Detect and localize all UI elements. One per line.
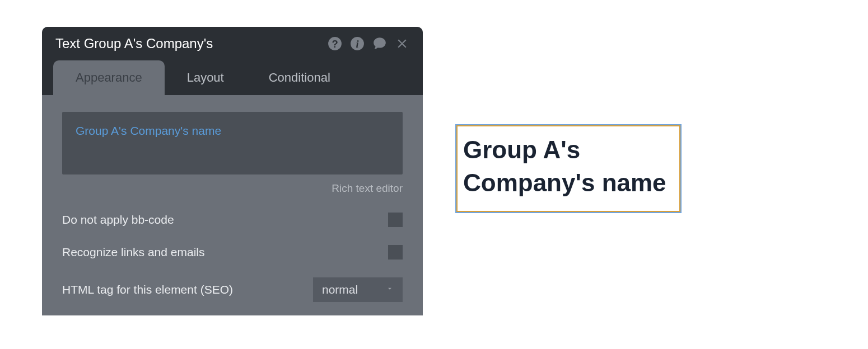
tab-layout[interactable]: Layout [165, 60, 246, 95]
option-html-tag-row: HTML tag for this element (SEO) normal [62, 277, 403, 302]
option-html-tag-label: HTML tag for this element (SEO) [62, 283, 233, 296]
tabs: Appearance Layout Conditional [42, 60, 423, 95]
chevron-down-icon [386, 285, 394, 295]
text-expression-input[interactable]: Group A's Company's name [62, 112, 403, 174]
option-recognize-links-label: Recognize links and emails [62, 246, 204, 259]
option-bbcode-checkbox[interactable] [388, 213, 403, 227]
rich-text-editor-link[interactable]: Rich text editor [62, 182, 403, 195]
canvas-text-content: Group A's Company's name [463, 133, 674, 200]
info-icon[interactable]: i [350, 36, 365, 51]
option-recognize-links-checkbox[interactable] [388, 245, 403, 260]
tab-appearance[interactable]: Appearance [53, 60, 165, 95]
option-recognize-links-row: Recognize links and emails [62, 245, 403, 260]
panel-header: Text Group A's Company's ? i [42, 27, 423, 60]
tab-conditional[interactable]: Conditional [246, 60, 353, 95]
html-tag-dropdown[interactable]: normal [313, 277, 403, 302]
svg-text:?: ? [332, 38, 338, 50]
property-editor-panel: Text Group A's Company's ? i Appearance … [42, 27, 423, 315]
html-tag-dropdown-value: normal [322, 283, 358, 296]
option-bbcode-row: Do not apply bb-code [62, 213, 403, 227]
option-bbcode-label: Do not apply bb-code [62, 213, 174, 227]
close-icon[interactable] [395, 36, 409, 51]
panel-header-icons: ? i [328, 36, 409, 51]
svg-text:i: i [356, 39, 359, 50]
expression-text: Group A's Company's name [76, 124, 221, 137]
comment-icon[interactable] [372, 36, 387, 51]
help-icon[interactable]: ? [328, 36, 342, 51]
panel-title: Text Group A's Company's [55, 36, 213, 51]
canvas-text-element[interactable]: Group A's Company's name [455, 124, 682, 213]
tab-content: Group A's Company's name Rich text edito… [42, 95, 423, 315]
